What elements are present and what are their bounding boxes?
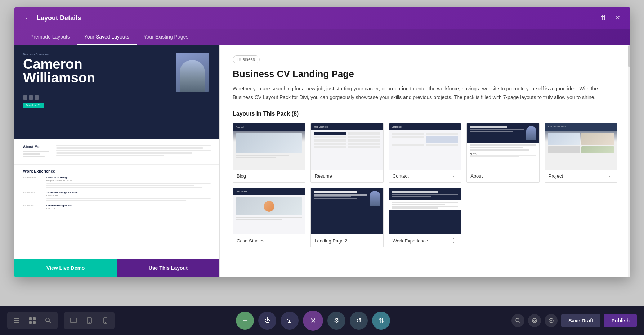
thumb-footer-about: About ⋮ (466, 170, 539, 183)
mockup-work-entry-1: 2024 – Present Director of Design Elegan… (23, 176, 211, 189)
thumb-footer-contact: Contact ⋮ (389, 170, 461, 183)
resume-row-2 (314, 136, 380, 138)
mockup-work-entry-3: 2018 – 2020 Creative Design Lead Divi – … (23, 204, 211, 211)
thumb-footer-resume: Resume ⋮ (310, 170, 383, 183)
thumbnail-about: My Story About ⋮ (466, 123, 539, 183)
text-block-2 (56, 147, 203, 149)
fab-history-button[interactable]: ↺ (350, 312, 368, 330)
thumb-menu-blog[interactable]: ⋮ (294, 173, 301, 179)
mockup-about-line-3 (23, 156, 45, 157)
tab-saved-layouts[interactable]: Your Saved Layouts (77, 29, 137, 45)
fab-close-button[interactable]: ✕ (303, 311, 323, 331)
save-draft-button[interactable]: Save Draft (561, 314, 600, 327)
toolbar-hamburger-button[interactable]: ☰ (9, 313, 24, 328)
thumb-cases-title-text: Case Studies (236, 191, 247, 193)
thumb-image-contact: Contact Me (389, 123, 461, 170)
mockup-hero-section: Business Consultant CameronWilliamson Do… (14, 45, 219, 139)
contact-row-2 (392, 136, 458, 143)
toolbar-desktop-button[interactable] (66, 313, 81, 328)
text-block-4 (56, 152, 192, 154)
toolbar-mobile-button[interactable] (98, 313, 112, 328)
thumb-footer-landing2: Landing Page 2 ⋮ (310, 234, 383, 247)
toolbar-search-circle-button[interactable] (511, 314, 524, 327)
use-layout-button[interactable]: Use This Layout (117, 259, 220, 277)
tab-existing-pages[interactable]: Your Existing Pages (137, 29, 196, 45)
toolbar-device-group (64, 312, 115, 329)
toolbar-help-circle-button[interactable]: ? (545, 314, 558, 327)
thumb-image-landing2 (310, 188, 383, 234)
svg-rect-6 (70, 318, 77, 322)
back-button[interactable]: ← (23, 13, 32, 23)
thumb-label-contact: Contact (393, 173, 409, 179)
photo-silhouette (180, 60, 205, 92)
svg-text:?: ? (550, 319, 553, 323)
line-blog-1 (236, 155, 289, 156)
close-button[interactable]: ✕ (613, 13, 622, 23)
thumbnail-contact: Contact Me (389, 123, 461, 183)
thumb-label-work: Work Experience (393, 238, 428, 244)
svg-rect-3 (33, 321, 36, 324)
line-blog-2 (236, 157, 276, 158)
toolbar-right: ? Save Draft Publish (511, 314, 637, 327)
publish-button[interactable]: Publish (604, 314, 637, 327)
mockup-about-right (56, 145, 211, 158)
thumb-menu-cases[interactable]: ⋮ (294, 237, 301, 244)
thumb-body-blog (233, 131, 305, 161)
thumb-label-project: Project (549, 173, 563, 179)
toolbar-left: ☰ (7, 312, 115, 329)
mockup-work-right-1: Director of Design Elegant Themes Inc. –… (46, 176, 211, 189)
thumb-menu-resume[interactable]: ⋮ (372, 173, 380, 179)
bottom-toolbar: ☰ + ⏻ (0, 306, 644, 335)
toolbar-grid-button[interactable] (25, 313, 40, 328)
header-left: ← Layout Details (23, 13, 81, 23)
thumb-menu-contact[interactable]: ⋮ (450, 173, 457, 179)
thumbnail-project: Trinity Product Launch Project ⋮ (545, 123, 617, 183)
scroll-track (628, 45, 630, 277)
thumb-label-blog: Blog (237, 173, 246, 179)
view-demo-button[interactable]: View Live Demo (14, 259, 117, 277)
thumb-footer-project: Project ⋮ (545, 170, 617, 183)
mockup-work-right-3: Creative Design Lead Divi – CA (46, 204, 211, 211)
thumb-empty-2 (545, 188, 617, 247)
thumb-menu-work[interactable]: ⋮ (450, 237, 457, 244)
svg-rect-2 (29, 321, 32, 324)
thumb-img-blog (236, 133, 302, 153)
mockup-work-role-3: Creative Design Lead (46, 204, 211, 207)
thumb-image-blog: Journal (233, 123, 305, 170)
fab-layouts-button[interactable]: ⇅ (372, 312, 390, 330)
thumb-menu-landing2[interactable]: ⋮ (372, 237, 380, 244)
mockup-about-left: About Me (23, 145, 52, 158)
thumb-menu-about[interactable]: ⋮ (528, 173, 536, 179)
text-block-5 (56, 155, 164, 156)
svg-line-13 (519, 321, 520, 323)
mockup-social-icons (23, 95, 211, 100)
mockup-work-role-1: Director of Design (46, 176, 211, 179)
thumb-footer-work: Work Experience ⋮ (389, 234, 461, 247)
mockup-work-co-3: Divi – CA (46, 207, 211, 210)
thumb-label-resume: Resume (314, 173, 332, 179)
thumb-body-cases (233, 195, 305, 223)
thumb-body-contact (389, 130, 461, 149)
toolbar-left-group: ☰ (7, 312, 58, 329)
mockup-work-role-2: Associate Design Director (46, 191, 211, 194)
toolbar-search-button[interactable] (41, 313, 55, 328)
fab-settings-button[interactable]: ⚙ (327, 312, 345, 330)
fab-delete-button[interactable]: 🗑 (281, 312, 299, 330)
fab-power-button[interactable]: ⏻ (258, 312, 276, 330)
resume-row-5 (314, 146, 380, 148)
mockup-about-title: About Me (23, 145, 52, 149)
settings-icon-button[interactable]: ⇅ (599, 13, 608, 23)
thumb-image-project: Trinity Product Launch (545, 123, 617, 170)
thumb-header-blog: Journal (233, 123, 305, 131)
layout-preview-mockup: Business Consultant CameronWilliamson Do… (14, 45, 219, 259)
thumb-header-resume: Work Experience (311, 123, 383, 130)
toolbar-tablet-button[interactable] (82, 313, 97, 328)
detail-panel: Business Business CV Landing Page Whethe… (220, 45, 630, 277)
mockup-about-line-1 (23, 151, 49, 152)
toolbar-settings-circle-button[interactable] (528, 314, 541, 327)
svg-point-4 (46, 318, 49, 322)
tab-premade-layouts[interactable]: Premade Layouts (23, 29, 77, 45)
fab-add-button[interactable]: + (236, 312, 254, 330)
thumb-menu-project[interactable]: ⋮ (606, 173, 613, 179)
preview-actions: View Live Demo Use This Layout (14, 259, 219, 277)
